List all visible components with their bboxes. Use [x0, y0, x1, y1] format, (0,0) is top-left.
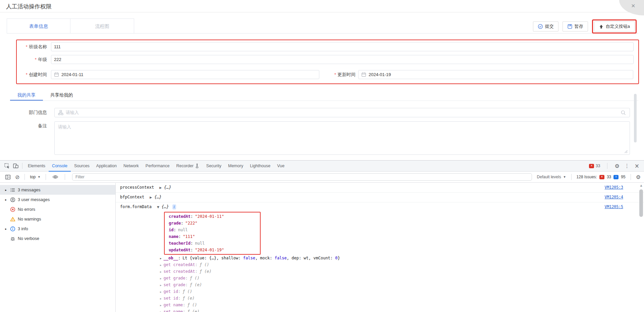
- error-icon: [10, 207, 15, 212]
- log-name: form.formData: [120, 204, 152, 209]
- caret-icon: ▸: [4, 198, 8, 201]
- console-body: ▸ 3 messages ▸ 3 user messages: [0, 183, 644, 312]
- tab-security[interactable]: Security: [203, 161, 225, 172]
- log-levels-dropdown[interactable]: Default levels▼: [537, 175, 566, 179]
- tab-my-shares[interactable]: 我的共享: [10, 90, 43, 101]
- source-link[interactable]: VM1205:4: [605, 193, 623, 202]
- object-preview: {…}: [164, 185, 171, 190]
- submit-button[interactable]: 提交: [533, 21, 558, 32]
- console-scrollbar-thumb[interactable]: [639, 189, 643, 217]
- kebab-menu-icon[interactable]: ⋮: [625, 163, 630, 169]
- tab-network[interactable]: Network: [120, 161, 142, 172]
- tab-lighthouse[interactable]: Lighthouse: [247, 161, 274, 172]
- updated-at-date-input[interactable]: 2024-01-19: [358, 70, 633, 79]
- sidebar-item-warnings[interactable]: No warnings: [0, 214, 115, 224]
- accessor-row: ▸set grade:ƒ (e): [160, 282, 644, 288]
- save-draft-button[interactable]: 暂存: [562, 21, 588, 32]
- divider: [571, 174, 572, 180]
- expand-caret-icon[interactable]: ▸: [160, 304, 162, 307]
- object-property-ob: ▸__ob__:Lt {value: {…}, shallow: false, …: [160, 255, 644, 261]
- tab-sources[interactable]: Sources: [71, 161, 93, 172]
- page-scrollbar-thumb[interactable]: [634, 94, 637, 142]
- grade-label: *年级: [0, 55, 47, 64]
- tab-vue[interactable]: Vue: [274, 161, 288, 172]
- tab-shared-with-me[interactable]: 共享给我的: [43, 90, 80, 101]
- object-property: teacherId:null: [169, 240, 260, 247]
- divider: [24, 174, 25, 180]
- remark-label: 备注: [0, 121, 47, 130]
- org-tree-icon: [58, 110, 63, 115]
- search-icon[interactable]: [621, 110, 626, 116]
- devtools-close-icon[interactable]: ×: [635, 163, 639, 169]
- sidebar-item-info[interactable]: ▸ 3 info: [0, 224, 115, 234]
- accessor-row: ▸get createdAt:ƒ (): [160, 261, 644, 268]
- expand-caret-icon[interactable]: ▶: [150, 196, 152, 199]
- app-window: 人工活动操作权限 × 表单信息 流程图 提交: [0, 0, 644, 160]
- page-close-button[interactable]: ×: [619, 0, 644, 15]
- remark-textarea[interactable]: [54, 121, 630, 155]
- expand-caret-icon[interactable]: ▸: [160, 290, 162, 294]
- console-settings-gear-icon[interactable]: ⚙: [636, 174, 641, 180]
- sidebar-item-all-messages[interactable]: ▸ 3 messages: [0, 185, 115, 195]
- dept-info-input[interactable]: 请输入: [54, 108, 630, 117]
- required-mark: *: [35, 57, 37, 62]
- log-name: bfpContext: [120, 195, 144, 199]
- device-toolbar-icon[interactable]: [11, 162, 20, 170]
- tab-console[interactable]: Console: [49, 161, 71, 172]
- created-at-date-input[interactable]: 2024-01-11: [51, 70, 319, 79]
- collapse-caret-icon[interactable]: ▼: [157, 205, 159, 209]
- console-entry: processContext▶{…} VM1205:3: [116, 183, 644, 193]
- tab-memory[interactable]: Memory: [225, 161, 247, 172]
- filter-input[interactable]: [72, 173, 532, 181]
- info-icon: [10, 226, 15, 232]
- calendar-icon: [54, 72, 59, 77]
- expand-caret-icon[interactable]: ▸: [160, 257, 162, 260]
- expand-caret-icon[interactable]: ▶: [159, 186, 162, 189]
- tab-recorder[interactable]: Recorder: [173, 161, 203, 172]
- expand-caret-icon[interactable]: ▸: [160, 310, 162, 312]
- custom-button-a[interactable]: 自定义按钮a: [594, 21, 635, 32]
- gear-icon[interactable]: ⚙: [614, 163, 619, 169]
- submit-button-label: 提交: [545, 23, 554, 29]
- console-toolbar: ⊘ top▼ Default levels▼ 128 Issues: ✕ 33 …: [0, 172, 644, 183]
- chevron-down-icon: ▼: [38, 175, 41, 179]
- expand-caret-icon[interactable]: ▸: [160, 277, 162, 280]
- accessor-row: ▸set name:ƒ (e): [160, 308, 644, 312]
- console-sidebar-toggle-icon[interactable]: [3, 173, 12, 181]
- expand-caret-icon[interactable]: ▸: [160, 270, 162, 273]
- close-icon: ×: [631, 2, 635, 10]
- tab-form-info[interactable]: 表单信息: [7, 18, 70, 33]
- class-name-input[interactable]: [51, 42, 634, 51]
- issues-summary[interactable]: 128 Issues: ✕ 33 ≡ 95: [577, 175, 626, 179]
- check-circle-icon: [538, 24, 543, 29]
- console-entry: bfpContext▶{…} VM1205:4: [116, 193, 644, 202]
- expand-caret-icon[interactable]: ▸: [160, 263, 162, 267]
- class-name-label: *班级名称: [0, 42, 47, 51]
- issues-chip[interactable]: ✕ 33: [589, 164, 600, 168]
- clear-console-icon[interactable]: ⊘: [15, 174, 19, 180]
- tab-performance[interactable]: Performance: [142, 161, 173, 172]
- upload-arrow-icon: [599, 24, 604, 29]
- tab-elements[interactable]: Elements: [24, 161, 49, 172]
- expand-caret-icon[interactable]: ▸: [160, 284, 162, 287]
- tab-application[interactable]: Application: [93, 161, 120, 172]
- console-scrollbar[interactable]: ▲: [639, 184, 643, 311]
- sidebar-item-user-messages[interactable]: ▸ 3 user messages: [0, 195, 115, 204]
- required-mark: *: [26, 44, 28, 49]
- eye-icon[interactable]: [51, 173, 60, 181]
- divider: [22, 163, 22, 169]
- expand-caret-icon[interactable]: ▸: [160, 297, 162, 300]
- inspect-element-icon[interactable]: [3, 162, 11, 170]
- accessor-row: ▸get grade:ƒ (): [160, 275, 644, 282]
- object-property: grade:"222": [169, 220, 260, 227]
- sidebar-item-verbose[interactable]: No verbose: [0, 234, 115, 243]
- sidebar-item-errors[interactable]: No errors: [0, 204, 115, 214]
- source-link[interactable]: VM1205:5: [605, 202, 623, 211]
- tab-flowchart[interactable]: 流程图: [70, 18, 134, 33]
- scroll-up-arrow-icon[interactable]: ▲: [639, 184, 643, 187]
- source-link[interactable]: VM1205:3: [605, 183, 623, 192]
- issues-error-badge-icon: ✕: [589, 164, 594, 168]
- context-selector[interactable]: top▼: [30, 175, 41, 179]
- grade-input[interactable]: [51, 55, 634, 64]
- annotation-box-console-props: createdAt:"2024-01-11" grade:"222" id:nu…: [164, 212, 261, 255]
